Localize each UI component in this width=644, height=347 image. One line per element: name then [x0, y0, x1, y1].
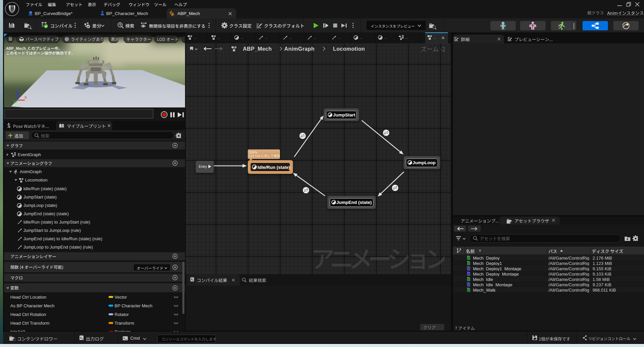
svg-text:Y: Y — [13, 100, 16, 103]
svg-text:Z: Z — [18, 88, 21, 92]
svg-text:X: X — [24, 95, 27, 99]
